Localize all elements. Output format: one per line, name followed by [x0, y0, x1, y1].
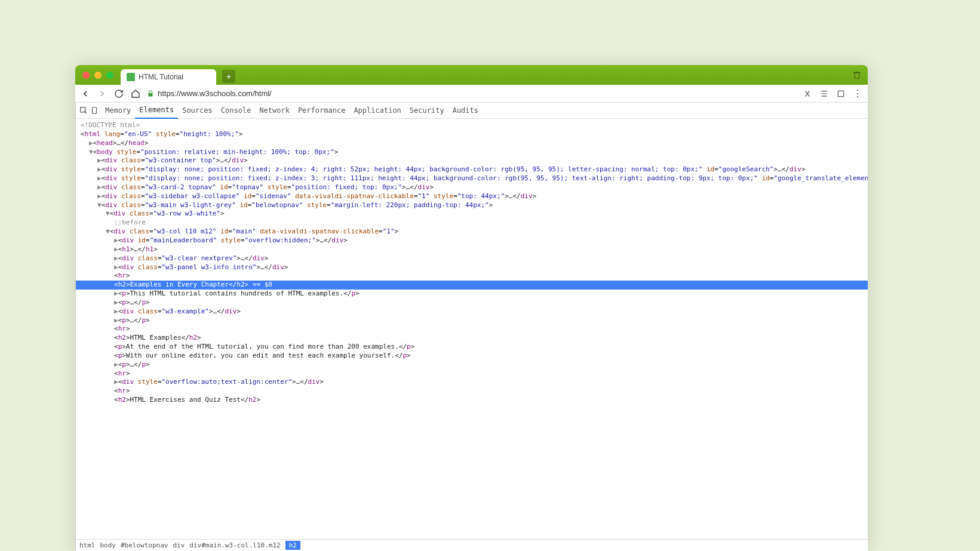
dom-node[interactable]: ▶<div class="w3-example">…</div>: [76, 307, 868, 316]
devtools-tab-application[interactable]: Application: [349, 103, 405, 119]
browser-window: HTML Tutorial + https://www.w3schools.co…: [75, 65, 868, 551]
devtools-tabs: MemoryElementsSourcesConsoleNetworkPerfo…: [76, 103, 868, 119]
maximize-window-button[interactable]: [106, 72, 113, 79]
minimize-window-button[interactable]: [94, 72, 102, 79]
dom-node[interactable]: <hr>: [76, 387, 868, 396]
favicon-icon: [127, 73, 135, 81]
menu-button[interactable]: ⋮: [852, 88, 863, 99]
dom-node[interactable]: ▼<div class="w3-col l10 m12" id="main" d…: [76, 227, 868, 236]
devtools-tab-audits[interactable]: Audits: [448, 103, 483, 119]
dom-node[interactable]: <html lang="en-US" style="height: 100%;"…: [76, 130, 868, 139]
dom-node[interactable]: ▼<div class="w3-row w3-white">: [76, 210, 868, 218]
tab-title: HTML Tutorial: [139, 73, 183, 81]
url-text: https://www.w3schools.com/html/: [158, 89, 272, 98]
dom-node[interactable]: <hr>: [76, 370, 868, 378]
forward-button[interactable]: [97, 88, 107, 99]
dom-node[interactable]: ▶<div class="w3-card-2 topnav" id="topna…: [76, 183, 868, 192]
home-button[interactable]: [130, 88, 141, 99]
dom-node[interactable]: <hr>: [76, 272, 868, 281]
inspect-icon[interactable]: [79, 106, 88, 115]
svg-rect-4: [93, 107, 97, 114]
panel-button[interactable]: [819, 88, 830, 99]
devtools-tab-sources[interactable]: Sources: [178, 103, 217, 119]
devtools-tab-console[interactable]: Console: [217, 103, 256, 119]
reader-button[interactable]: [802, 88, 813, 99]
breadcrumb-item[interactable]: body: [100, 541, 116, 549]
dom-node[interactable]: <hr>: [76, 325, 868, 334]
dom-node[interactable]: ▶<div class="w3-panel w3-info intro">…</…: [76, 263, 868, 272]
image-button[interactable]: [835, 88, 846, 99]
dom-node[interactable]: ▶<div style="display: none; position: fi…: [76, 174, 868, 183]
dom-node[interactable]: <p>At the end of the HTML tutorial, you …: [76, 343, 868, 352]
dom-node[interactable]: <h2>HTML Examples</h2>: [76, 334, 868, 343]
dom-node[interactable]: ▶<p>This HTML tutorial contains hundreds…: [76, 290, 868, 298]
dom-node[interactable]: ▶<div class="w3-clear nextprev">…</div>: [76, 254, 868, 263]
breadcrumb-bar[interactable]: htmlbody#belowtopnavdivdiv#main.w3-col.l…: [76, 539, 868, 551]
dom-node[interactable]: ▼<body style="position: relative; min-he…: [76, 148, 868, 157]
devtools-tab-elements[interactable]: Elements: [135, 103, 178, 119]
dom-node[interactable]: ▶<p>…</p>: [76, 316, 868, 325]
dom-node[interactable]: ▶<p>…</p>: [76, 298, 868, 307]
dom-node[interactable]: ▶<div class="w3-container top">…</div>: [76, 156, 868, 165]
dom-node[interactable]: ▶<div style="display: none; position: fi…: [76, 165, 868, 174]
dom-node[interactable]: ▶<div class="w3-sidebar w3-collapse" id=…: [76, 192, 868, 201]
browser-tab[interactable]: HTML Tutorial: [121, 69, 216, 85]
dom-node[interactable]: <h2>HTML Exercises and Quiz Test</h2>: [76, 396, 868, 405]
window-controls: [80, 65, 117, 85]
breadcrumb-item[interactable]: h2: [285, 541, 300, 550]
reload-button[interactable]: [113, 88, 124, 99]
breadcrumb-item[interactable]: #belowtopnav: [121, 541, 168, 549]
device-icon[interactable]: [90, 106, 99, 115]
dom-node[interactable]: ▶<div style="overflow:auto;text-align:ce…: [76, 378, 868, 387]
lock-icon: [147, 90, 154, 97]
breadcrumb-item[interactable]: html: [79, 541, 96, 549]
close-window-button[interactable]: [82, 72, 90, 79]
devtools-tab-performance[interactable]: Performance: [294, 103, 349, 119]
address-bar: https://www.w3schools.com/html/ ⋮: [75, 85, 868, 103]
new-tab-button[interactable]: +: [222, 70, 235, 83]
back-button[interactable]: [80, 88, 91, 99]
devtools-tab-network[interactable]: Network: [255, 103, 294, 119]
devtools-panel: MemoryElementsSourcesConsoleNetworkPerfo…: [76, 103, 868, 551]
svg-rect-0: [838, 91, 843, 96]
dom-node[interactable]: ▶<head>…</head>: [76, 139, 868, 148]
tab-bar: HTML Tutorial +: [75, 65, 868, 85]
dom-node[interactable]: <h2>Examples in Every Chapter</h2> == $0: [76, 281, 868, 290]
dom-node[interactable]: ::before: [76, 218, 868, 227]
dom-node[interactable]: ▼<div class="w3-main w3-light-grey" id="…: [76, 201, 868, 210]
breadcrumb-item[interactable]: div: [173, 541, 185, 549]
devtools-tab-memory[interactable]: Memory: [101, 103, 135, 119]
dom-node[interactable]: <p>With our online editor, you can edit …: [76, 352, 868, 361]
dom-node[interactable]: ▶<div id="mainLeaderboard" style="overfl…: [76, 236, 868, 245]
breadcrumb-item[interactable]: div#main.w3-col.l10.m12: [189, 541, 280, 549]
dom-node[interactable]: ▶<h1>…</h1>: [76, 245, 868, 254]
dom-node[interactable]: <!DOCTYPE html>: [76, 121, 868, 130]
dom-node[interactable]: ▶<p>…</p>: [76, 361, 868, 370]
dom-tree[interactable]: <!DOCTYPE html><html lang="en-US" style=…: [76, 119, 868, 539]
url-field[interactable]: https://www.w3schools.com/html/: [147, 89, 796, 98]
trash-icon[interactable]: [852, 70, 862, 80]
devtools-tab-security[interactable]: Security: [405, 103, 448, 119]
